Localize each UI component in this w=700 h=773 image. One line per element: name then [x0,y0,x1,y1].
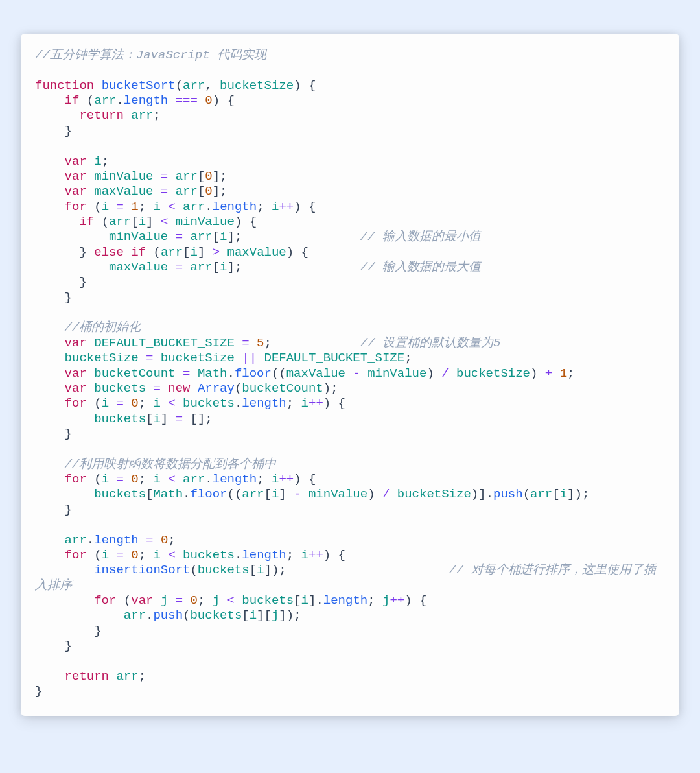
fn-floor: floor [235,366,272,381]
fn-push: push [153,608,183,623]
punct: ) [368,487,382,501]
punct: )]. [471,487,493,501]
num-0: 0 [161,533,168,547]
id-buckets: buckets [94,381,146,396]
fn-floor: floor [190,487,227,501]
op-assign: = [153,381,160,396]
comment-header: //五分钟学算法：JavaScript 代码实现 [35,48,266,62]
punct: [ [294,593,301,608]
op-lt: < [168,472,175,486]
punct: ( [94,548,101,562]
punct: [ [146,412,153,426]
id-bucketSize: bucketSize [65,351,139,365]
punct: } [65,503,72,517]
id-length: length [242,548,286,562]
op-assign: = [176,593,183,608]
id-maxValue: maxValue [228,245,286,259]
punct: ) { [213,93,235,108]
punct: [ [183,245,190,259]
punct: , [205,78,220,93]
punct: } [94,624,101,638]
punct: (( [272,366,286,381]
punct: . [87,533,94,547]
id-bucketSize: bucketSize [161,351,235,365]
kw-var: var [65,336,87,350]
id-maxValue: maxValue [109,260,168,274]
punct: ]; [228,260,242,274]
param-bucketSize: bucketSize [220,78,294,93]
id-length: length [213,472,257,486]
op-minus: - [294,487,301,501]
punct: ) { [323,396,345,410]
punct: } [79,275,86,289]
punct: } [65,427,72,441]
punct: ; [102,154,109,169]
op-inc: ++ [390,593,404,608]
punct: ; [286,548,301,562]
id-bucketCount: bucketCount [242,381,323,396]
num-0: 0 [131,396,138,410]
id-i: i [94,154,101,169]
id-arr: arr [116,669,138,684]
punct: ; [139,472,154,486]
id-length: length [323,593,368,608]
id-i: i [102,472,109,486]
kw-new: new [168,381,190,396]
op-assign: = [116,200,123,214]
id-minValue: minValue [94,169,153,184]
id-i: i [191,245,198,259]
id-i: i [220,230,227,244]
punct: (( [227,487,242,501]
id-minValue: minValue [176,215,235,229]
punct: } [65,291,72,305]
kw-var: var [65,366,87,381]
id-buckets: buckets [94,487,146,501]
op-assign: = [161,169,168,184]
punct: ; [286,396,301,410]
op-lt: < [168,396,175,410]
op-inc: ++ [309,396,323,410]
punct: ( [190,563,197,577]
punct: ) { [404,593,426,608]
comment-map: //利用映射函数将数据分配到各个桶中 [65,457,277,471]
id-arr: arr [161,245,183,259]
id-i: i [272,200,279,214]
op-lt: < [228,593,235,608]
code-block: //五分钟学算法：JavaScript 代码实现 function bucket… [35,48,665,699]
punct: ; [264,336,272,350]
num-0: 0 [205,93,212,108]
punct: ]; [213,169,228,184]
id-default: DEFAULT_BUCKET_SIZE [264,351,405,365]
punct: [ [198,169,205,184]
code-card: //五分钟学算法：JavaScript 代码实现 function bucket… [21,34,679,716]
id-arr: arr [94,93,116,108]
kw-var: var [65,184,87,198]
punct: . [227,366,234,381]
op-gt: > [213,245,220,259]
punct: ); [323,381,338,396]
punct: ( [94,200,101,214]
punct: ) [530,366,545,381]
id-i: i [301,396,309,410]
id-minValue: minValue [368,366,426,381]
op-plus: + [545,366,552,381]
punct: } [35,684,42,698]
id-buckets: buckets [183,548,235,562]
punct: [ [213,230,220,244]
id-buckets: buckets [198,563,250,577]
punct: ] [161,412,176,426]
kw-for: for [94,593,116,608]
punct: ] [198,245,213,259]
id-arr: arr [183,472,205,486]
punct: ; [139,548,154,562]
kw-function: function [35,78,94,93]
op-div: / [441,366,449,381]
punct: . [116,93,123,108]
punct: ) { [323,548,345,562]
op-lt: < [168,548,175,562]
punct: ]); [264,563,286,577]
param-arr: arr [183,78,205,93]
num-0: 0 [205,169,212,184]
op-assign: = [176,260,183,274]
punct: ]. [309,593,323,608]
